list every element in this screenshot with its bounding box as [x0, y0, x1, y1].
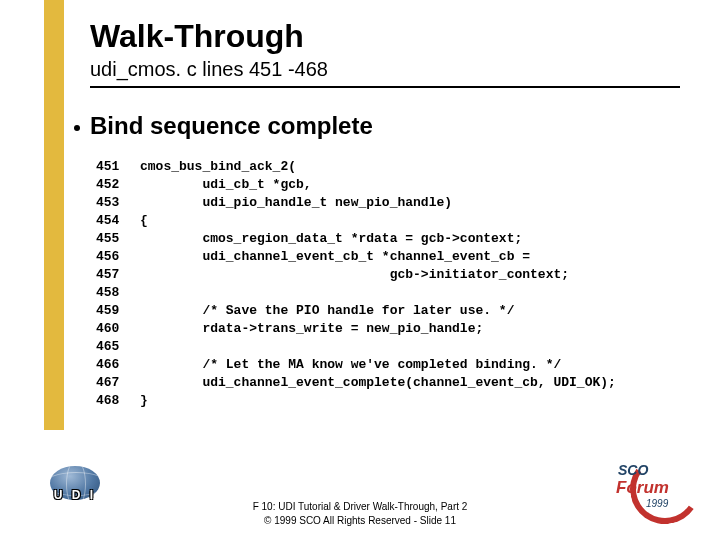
line-number: 452 — [96, 176, 140, 194]
line-number: 451 — [96, 158, 140, 176]
code-text: cmos_region_data_t *rdata = gcb->context… — [140, 231, 522, 246]
slide-title: Walk-Through — [90, 18, 304, 55]
bullet-dot-icon — [74, 125, 80, 131]
line-number: 459 — [96, 302, 140, 320]
slide: Walk-Through udi_cmos. c lines 451 -468 … — [0, 0, 720, 540]
code-text: { — [140, 213, 148, 228]
slide-subtitle: udi_cmos. c lines 451 -468 — [90, 58, 328, 81]
footer: F 10: UDI Tutorial & Driver Walk-Through… — [0, 500, 720, 528]
code-text: /* Save the PIO handle for later use. */ — [140, 303, 514, 318]
code-text: udi_channel_event_cb_t *channel_event_cb… — [140, 249, 530, 264]
line-number: 454 — [96, 212, 140, 230]
bullet-text: Bind sequence complete — [90, 112, 373, 140]
line-number: 458 — [96, 284, 140, 302]
line-number: 455 — [96, 230, 140, 248]
line-number: 466 — [96, 356, 140, 374]
code-text: gcb->initiator_context; — [140, 267, 569, 282]
code-text: udi_pio_handle_t new_pio_handle) — [140, 195, 452, 210]
bullet-item: Bind sequence complete — [74, 112, 373, 140]
code-text: } — [140, 393, 148, 408]
line-number: 467 — [96, 374, 140, 392]
line-number: 468 — [96, 392, 140, 410]
line-number: 453 — [96, 194, 140, 212]
accent-bar — [44, 0, 64, 430]
footer-line-2: © 1999 SCO All Rights Reserved - Slide 1… — [0, 514, 720, 528]
code-text: cmos_bus_bind_ack_2( — [140, 159, 296, 174]
forum-text: Forum — [616, 478, 669, 498]
code-text: /* Let the MA know we've completed bindi… — [140, 357, 561, 372]
code-text: rdata->trans_write = new_pio_handle; — [140, 321, 483, 336]
title-rule — [90, 86, 680, 88]
line-number: 457 — [96, 266, 140, 284]
sco-text: SCO — [618, 462, 648, 478]
line-number: 460 — [96, 320, 140, 338]
code-text: udi_channel_event_complete(channel_event… — [140, 375, 616, 390]
code-text: udi_cb_t *gcb, — [140, 177, 312, 192]
line-number: 456 — [96, 248, 140, 266]
footer-line-1: F 10: UDI Tutorial & Driver Walk-Through… — [0, 500, 720, 514]
code-block: 451cmos_bus_bind_ack_2( 452 udi_cb_t *gc… — [96, 158, 616, 410]
line-number: 465 — [96, 338, 140, 356]
